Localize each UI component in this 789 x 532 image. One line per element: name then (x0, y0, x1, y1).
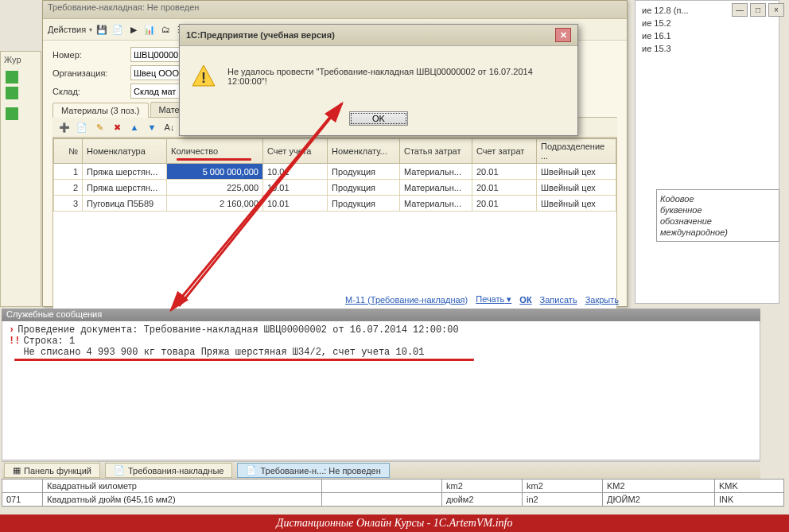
table-row: Квадратный километр km2 km2 KM2 KMK (2, 480, 784, 493)
sort-asc-icon[interactable]: A↓ (162, 120, 177, 134)
edit-row-icon[interactable]: ✎ (92, 120, 107, 134)
col-account[interactable]: Счет учета (263, 139, 328, 164)
side-item[interactable]: ие 15.2 (642, 17, 772, 29)
close-button[interactable]: × (768, 3, 784, 17)
move-down-icon[interactable]: ▼ (145, 120, 159, 134)
warehouse-label: Склад: (52, 87, 124, 96)
doc-icon[interactable]: 📄 (111, 23, 124, 36)
org-label: Организация: (52, 68, 124, 78)
print-link[interactable]: Печать ▾ (476, 294, 511, 305)
dialog-ok-button[interactable]: OK (349, 111, 408, 126)
side-item[interactable]: ие 15.3 (642, 42, 772, 55)
bullet-icon: › (9, 324, 14, 336)
highlight-line (177, 158, 251, 161)
table-row[interactable]: 3Пуговица П5Б892 160,00010.01ПродукцияМа… (54, 196, 616, 212)
actions-menu[interactable]: Действия (48, 25, 86, 34)
panel-icon: ▦ (13, 465, 21, 476)
window-buttons: — □ × (732, 3, 784, 17)
error-dialog: 1С:Предприятие (учебная версия) ✕ ! Не у… (179, 24, 578, 136)
table-row: 071 Квадратный дюйм (645,16 мм2) дюйм2 i… (2, 493, 784, 507)
units-table[interactable]: Квадратный километр km2 km2 KM2 KMK 071 … (2, 479, 784, 507)
nav-icon-1[interactable] (6, 71, 18, 83)
save-icon[interactable]: 💾 (95, 23, 108, 36)
nav-icon-2[interactable] (6, 87, 18, 99)
highlight-line (14, 359, 474, 361)
col-cost-acc[interactable]: Счет затрат (472, 139, 537, 164)
col-dept[interactable]: Подразделение ... (537, 139, 616, 164)
nav-icon-3[interactable] (6, 107, 18, 120)
side-item[interactable]: ие 16.1 (642, 29, 772, 42)
minimize-button[interactable]: — (732, 3, 748, 17)
footer-banner: Дистанционные Онлайн Курсы - 1C.ArtemVM.… (0, 515, 789, 532)
close-doc-button[interactable]: Закрыть (585, 295, 619, 305)
tab-materials[interactable]: Материалы (3 поз.) (52, 103, 149, 118)
move-up-icon[interactable]: ▲ (127, 120, 142, 134)
service-messages-body[interactable]: ›Проведение документа: Требование-наклад… (2, 321, 760, 460)
dialog-message: Не удалось провести "Требование-накладна… (227, 67, 566, 86)
col-nomen2[interactable]: Номенклату... (328, 139, 400, 164)
svg-text:!: ! (201, 70, 206, 86)
side-table-header: Кодовое буквенное обозначение международ… (656, 189, 779, 242)
doc-icon: 📄 (246, 465, 257, 476)
col-n[interactable]: № (54, 139, 83, 164)
service-messages-header: Служебные сообщения (2, 309, 760, 321)
add-row-icon[interactable]: ➕ (57, 120, 72, 134)
bullet-icon (9, 347, 20, 358)
task-req-docs[interactable]: 📄Требования-накладные (105, 463, 233, 478)
task-current[interactable]: 📄Требование-н...: Не проведен (237, 463, 389, 478)
maximize-button[interactable]: □ (750, 3, 766, 17)
table-row[interactable]: 1Пряжа шерстян...5 000 000,00010.01Проду… (54, 164, 616, 180)
warning-icon: ! (191, 64, 216, 89)
ok-button[interactable]: ОК (519, 295, 531, 305)
left-nav-strip: Жур (0, 51, 41, 307)
bullet-icon: !! (9, 336, 20, 347)
dialog-title-text: 1С:Предприятие (учебная версия) (186, 30, 335, 40)
task-panel-func[interactable]: ▦Панель функций (4, 463, 100, 478)
dialog-close-button[interactable]: ✕ (555, 28, 571, 42)
doc-icon: 📄 (114, 465, 125, 476)
number-label: Номер: (52, 50, 124, 60)
taskbar: ▦Панель функций 📄Требования-накладные 📄Т… (2, 461, 760, 479)
side-panel: ие 12.8 (п... ие 15.2 ие 16.1 ие 15.3 (635, 0, 779, 304)
materials-grid[interactable]: № Номенклатура Количество Счет учета Ном… (52, 138, 617, 316)
struct-icon[interactable]: 🗂 (159, 23, 172, 36)
report-icon[interactable]: 📊 (143, 23, 156, 36)
m11-link[interactable]: М-11 (Требование-накладная) (345, 295, 468, 305)
delete-row-icon[interactable]: ✖ (110, 120, 124, 134)
col-nomen[interactable]: Номенклатура (83, 139, 167, 164)
journal-label: Жур (1, 52, 41, 68)
post-icon[interactable]: ▶ (127, 23, 140, 36)
copy-row-icon[interactable]: 📄 (75, 120, 89, 134)
chevron-down-icon: ▾ (89, 26, 92, 33)
window-title: Требование-накладная: Не проведен (43, 1, 627, 19)
save-button[interactable]: Записать (540, 295, 577, 305)
table-row[interactable]: 2Пряжа шерстян...225,00010.01ПродукцияМа… (54, 180, 616, 196)
col-cost-item[interactable]: Статья затрат (400, 139, 472, 164)
